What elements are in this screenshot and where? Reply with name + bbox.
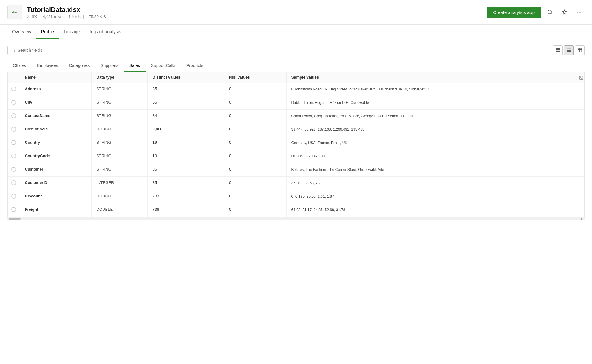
- search-fields-input[interactable]: [18, 48, 83, 53]
- tab-profile[interactable]: Profile: [36, 25, 59, 39]
- row-sample-cell: Boleros, The Fashion, The Corner Store, …: [286, 163, 584, 177]
- row-select-cell: [8, 177, 20, 190]
- table-row: ContactName STRING 84 0 Conor Lynch, Gre…: [8, 110, 584, 123]
- tab-lineage[interactable]: Lineage: [59, 25, 85, 39]
- table-row: Customer STRING 85 0 Boleros, The Fashio…: [8, 163, 584, 177]
- create-analytics-app-button[interactable]: Create analytics app: [487, 7, 541, 18]
- star-icon-button[interactable]: [559, 7, 570, 18]
- search-icon: [547, 9, 553, 15]
- row-sample-cell: 37, 19, 32, 63, 73: [286, 177, 584, 190]
- row-null-cell: 0: [224, 190, 286, 203]
- row-datatype-cell: DOUBLE: [91, 123, 147, 136]
- row-datatype-cell: STRING: [91, 110, 147, 123]
- svg-rect-19: [581, 78, 583, 79]
- svg-line-1: [551, 13, 552, 14]
- row-datatype-cell: DOUBLE: [91, 190, 147, 203]
- cat-tab-categories[interactable]: Categories: [64, 60, 95, 72]
- sample-values: Dublin, Luton, Eugene, México D.F., Cune…: [291, 101, 369, 105]
- sample-values: 39.447, 58.928, 237.168, 1,296.691, 133.…: [291, 127, 365, 132]
- grid-icon: [556, 48, 560, 52]
- svg-point-5: [580, 12, 581, 13]
- row-name-cell: CountryCode: [20, 150, 91, 163]
- row-checkbox[interactable]: [11, 113, 16, 118]
- field-name: Customer: [25, 167, 44, 171]
- table-icon: [578, 48, 582, 52]
- row-select-cell: [8, 136, 20, 150]
- data-type: STRING: [97, 167, 111, 171]
- header-right: Create analytics app: [487, 7, 585, 18]
- sep1: |: [39, 14, 40, 19]
- file-size: 475.29 KiB: [86, 14, 106, 19]
- row-distinct-cell: 85: [147, 177, 224, 190]
- svg-rect-8: [556, 48, 558, 50]
- svg-rect-14: [567, 51, 571, 52]
- more-icon: [576, 9, 582, 15]
- data-type: STRING: [97, 140, 111, 145]
- cat-tab-employees[interactable]: Employees: [31, 60, 63, 72]
- table-header-row: Name Data type Distinct values Null valu…: [8, 72, 584, 83]
- search-icon-button[interactable]: [544, 7, 555, 18]
- data-type: INTEGER: [97, 180, 114, 185]
- row-sample-cell: Germany, USA, France, Brazil, UK: [286, 136, 584, 150]
- grid-view-button[interactable]: [553, 45, 563, 55]
- row-checkbox[interactable]: [11, 194, 16, 199]
- row-null-cell: 0: [224, 96, 286, 110]
- tab-overview[interactable]: Overview: [7, 25, 36, 39]
- col-null: Null values: [224, 72, 286, 83]
- file-rows: 4,421 rows: [43, 14, 62, 19]
- horizontal-scrollbar[interactable]: ►: [7, 217, 585, 220]
- more-options-button[interactable]: [574, 7, 585, 18]
- file-title: TutorialData.xlsx: [27, 6, 106, 14]
- row-checkbox[interactable]: [11, 180, 16, 185]
- row-checkbox[interactable]: [11, 87, 16, 91]
- row-distinct-cell: 19: [147, 136, 224, 150]
- row-checkbox[interactable]: [11, 207, 16, 212]
- sample-values: 0, 6.195, 25.65, 2.31, 1.87: [291, 194, 334, 199]
- field-name: City: [25, 100, 33, 104]
- field-name: ContactName: [25, 113, 51, 118]
- tab-impact-analysis[interactable]: Impact analysis: [85, 25, 126, 39]
- svg-rect-11: [558, 51, 560, 52]
- svg-point-6: [12, 49, 15, 51]
- cat-tab-sales[interactable]: Sales: [124, 60, 146, 72]
- table-view-button[interactable]: [575, 45, 585, 55]
- table-row: Cost of Sale DOUBLE 2,008 0 39.447, 58.9…: [8, 123, 584, 136]
- row-name-cell: Customer: [20, 163, 91, 177]
- row-checkbox[interactable]: [11, 140, 16, 145]
- svg-rect-10: [556, 51, 558, 52]
- row-sample-cell: Dublin, Luton, Eugene, México D.F., Cune…: [286, 96, 584, 110]
- expand-icon[interactable]: [578, 74, 584, 82]
- row-name-cell: Cost of Sale: [20, 123, 91, 136]
- field-name: Address: [25, 87, 41, 91]
- col-datatype: Data type: [91, 72, 147, 83]
- svg-point-4: [579, 12, 580, 13]
- row-select-cell: [8, 190, 20, 203]
- table-row: Address STRING 85 0 8 Johnstown Road, 37…: [8, 83, 584, 96]
- search-bar-row: [7, 45, 585, 55]
- list-view-button[interactable]: [564, 45, 574, 55]
- field-name: Freight: [25, 207, 38, 212]
- svg-rect-9: [558, 48, 560, 50]
- row-name-cell: Discount: [20, 190, 91, 203]
- row-checkbox[interactable]: [11, 100, 16, 105]
- cat-tab-supportcalls[interactable]: SupportCalls: [146, 60, 181, 72]
- row-null-cell: 0: [224, 110, 286, 123]
- cat-tab-products[interactable]: Products: [181, 60, 209, 72]
- row-sample-cell: DE, US, FR, BR, GB: [286, 150, 584, 163]
- row-checkbox[interactable]: [11, 154, 16, 158]
- row-datatype-cell: INTEGER: [91, 177, 147, 190]
- scrollbar-right-arrow[interactable]: ►: [580, 217, 583, 220]
- sample-values: 64.93, 31.17, 34.85, 52.68, 31.78: [291, 208, 345, 212]
- svg-point-0: [548, 10, 551, 14]
- cat-tab-suppliers[interactable]: Suppliers: [95, 60, 124, 72]
- row-checkbox[interactable]: [11, 167, 16, 172]
- cat-tab-offices[interactable]: Offices: [7, 60, 31, 72]
- data-table: Name Data type Distinct values Null valu…: [8, 72, 584, 217]
- row-checkbox[interactable]: [11, 127, 16, 132]
- star-icon: [562, 9, 567, 15]
- row-null-cell: 0: [224, 163, 286, 177]
- data-type: DOUBLE: [97, 127, 113, 131]
- row-distinct-cell: 65: [147, 96, 224, 110]
- data-type: STRING: [97, 100, 111, 104]
- svg-rect-13: [567, 50, 571, 51]
